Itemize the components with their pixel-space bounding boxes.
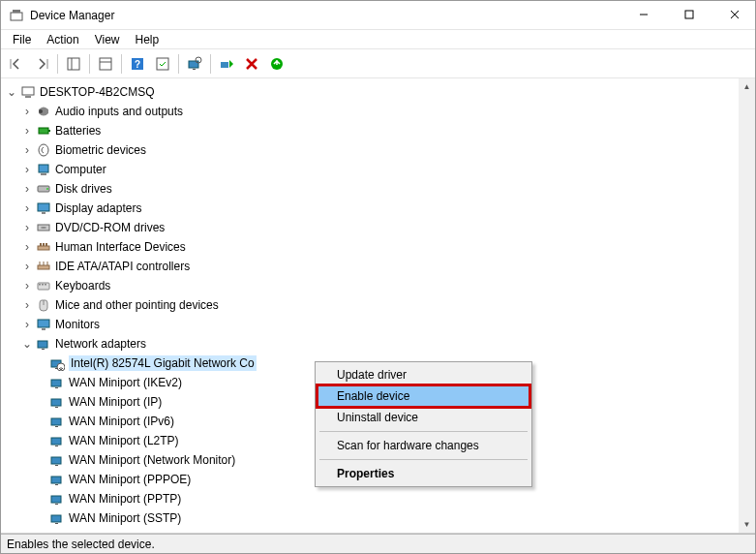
network-adapter-icon — [49, 355, 65, 371]
tree-device-label: WAN Miniport (IKEv2) — [69, 376, 182, 389]
ctx-separator — [319, 431, 528, 432]
tree-device-label: WAN Miniport (SSTP) — [69, 511, 181, 525]
scan-hardware-button[interactable] — [183, 52, 206, 76]
category-icon — [36, 317, 51, 332]
tree-category[interactable]: ›Computer — [3, 160, 753, 179]
expand-collapse-icon[interactable]: ⌄ — [20, 337, 34, 351]
tree-category[interactable]: ›Biometric devices — [3, 140, 753, 160]
menu-action[interactable]: Action — [39, 31, 86, 48]
tree-category[interactable]: ›Display adapters — [3, 199, 753, 218]
status-bar: Enables the selected device. — [1, 534, 755, 553]
category-icon — [36, 239, 51, 255]
svg-point-20 — [39, 109, 43, 113]
svg-rect-62 — [51, 477, 61, 483]
tree-device-label: WAN Miniport (IP) — [69, 395, 162, 409]
tree-root[interactable]: ⌄ DESKTOP-4B2CMSQ — [3, 82, 753, 102]
svg-rect-66 — [51, 515, 61, 522]
tree-device[interactable]: WAN Miniport (PPTP) — [3, 489, 753, 508]
tree-category-label: DVD/CD-ROM drives — [55, 221, 165, 234]
network-adapter-icon — [49, 375, 65, 390]
forward-button[interactable] — [30, 52, 53, 76]
svg-rect-25 — [41, 173, 46, 175]
status-text: Enables the selected device. — [7, 538, 155, 551]
svg-rect-19 — [25, 96, 31, 98]
ctx-scan-hardware[interactable]: Scan for hardware changes — [318, 435, 529, 456]
enable-device-button[interactable] — [215, 52, 238, 76]
svg-rect-32 — [38, 246, 49, 250]
tree-category-network-adapters[interactable]: ⌄ Network adapters — [3, 334, 753, 354]
network-adapter-icon — [49, 472, 65, 487]
tree-device-label: WAN Miniport (Network Monitor) — [69, 453, 235, 467]
expand-collapse-icon[interactable]: › — [20, 124, 34, 138]
tree-category-label: Computer — [55, 163, 106, 176]
expand-collapse-icon[interactable]: › — [20, 298, 34, 312]
svg-rect-8 — [100, 58, 111, 70]
tree-category[interactable]: ›Audio inputs and outputs — [3, 102, 753, 121]
scroll-down-icon[interactable]: ▼ — [739, 516, 755, 533]
expand-collapse-icon[interactable]: › — [20, 240, 34, 254]
tree-category-label: Biometric devices — [55, 143, 146, 157]
svg-rect-12 — [157, 58, 168, 70]
expand-collapse-icon[interactable]: › — [20, 182, 34, 196]
category-icon — [36, 297, 51, 313]
network-adapter-icon — [49, 433, 65, 448]
tree-device-label: Intel(R) 82574L Gigabit Network Co — [69, 355, 257, 371]
svg-rect-53 — [55, 387, 58, 388]
uninstall-button[interactable] — [240, 52, 263, 76]
ctx-update-driver[interactable]: Update driver — [318, 364, 529, 385]
help-button[interactable]: ? — [126, 52, 149, 76]
menu-help[interactable]: Help — [128, 31, 167, 48]
tree-category[interactable]: ›IDE ATA/ATAPI controllers — [3, 257, 753, 276]
expand-collapse-icon[interactable]: › — [20, 279, 34, 292]
svg-rect-35 — [45, 243, 47, 246]
svg-rect-14 — [193, 69, 196, 70]
tree-category[interactable]: ›Disk drives — [3, 179, 753, 199]
expand-collapse-icon[interactable]: ⌄ — [5, 85, 18, 99]
scrollbar[interactable]: ▲ ▼ — [739, 78, 755, 533]
context-menu: Update driver Enable device Uninstall de… — [315, 361, 532, 487]
action-button[interactable] — [151, 52, 174, 76]
menu-view[interactable]: View — [87, 31, 128, 48]
update-driver-button[interactable] — [265, 52, 288, 76]
ctx-uninstall-device[interactable]: Uninstall device — [318, 407, 529, 428]
category-icon — [36, 142, 51, 158]
category-icon — [36, 162, 51, 177]
svg-rect-33 — [40, 243, 42, 246]
expand-collapse-icon[interactable]: › — [20, 260, 34, 273]
expand-collapse-icon[interactable]: › — [20, 163, 34, 176]
minimize-button[interactable] — [621, 0, 665, 29]
svg-rect-61 — [55, 465, 58, 466]
menu-bar: File Action View Help — [1, 30, 755, 49]
tree-category[interactable]: ›Keyboards — [3, 276, 753, 295]
network-adapter-icon — [49, 491, 65, 507]
menu-file[interactable]: File — [5, 31, 39, 48]
ctx-enable-device[interactable]: Enable device — [318, 385, 529, 407]
svg-rect-67 — [55, 523, 58, 524]
expand-collapse-icon[interactable]: › — [20, 221, 34, 234]
tree-category[interactable]: ›Mice and other pointing devices — [3, 295, 753, 315]
properties-button[interactable] — [94, 52, 117, 76]
expand-collapse-icon[interactable]: › — [20, 318, 34, 331]
expand-collapse-icon[interactable]: › — [20, 105, 34, 118]
tree-root-label: DESKTOP-4B2CMSQ — [40, 85, 154, 99]
tree-category[interactable]: ›Human Interface Devices — [3, 237, 753, 257]
tree-device[interactable]: WAN Miniport (SSTP) — [3, 508, 753, 528]
tree-category[interactable]: ›DVD/CD-ROM drives — [3, 218, 753, 237]
tree-category[interactable]: ›Batteries — [3, 121, 753, 140]
scroll-up-icon[interactable]: ▲ — [739, 78, 755, 95]
tree-category-label: Mice and other pointing devices — [55, 298, 219, 312]
tree-category-label: Disk drives — [55, 182, 112, 196]
tree-category[interactable]: ›Monitors — [3, 315, 753, 334]
svg-rect-48 — [42, 349, 45, 350]
svg-rect-47 — [38, 341, 47, 348]
svg-rect-46 — [42, 328, 45, 330]
svg-rect-16 — [221, 62, 228, 68]
maximize-button[interactable] — [667, 0, 711, 29]
back-button[interactable] — [5, 52, 28, 76]
expand-collapse-icon[interactable]: › — [20, 143, 34, 157]
show-hide-tree-button[interactable] — [62, 52, 85, 76]
ctx-properties[interactable]: Properties — [318, 463, 529, 484]
expand-collapse-icon[interactable]: › — [20, 201, 34, 215]
svg-rect-18 — [22, 87, 34, 95]
close-button[interactable] — [712, 0, 756, 29]
